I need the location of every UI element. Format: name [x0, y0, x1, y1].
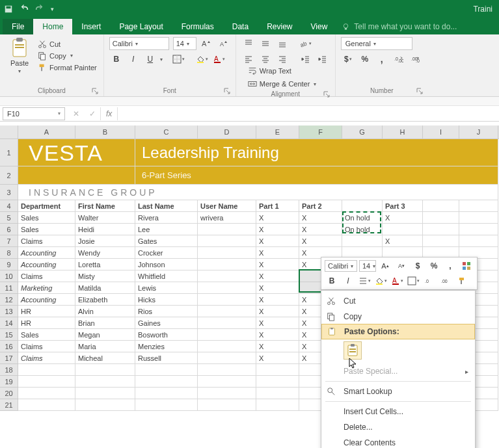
cell[interactable]: Claims	[18, 341, 75, 352]
cell[interactable]	[75, 376, 135, 388]
cell[interactable]: X	[256, 212, 299, 224]
font-size-select[interactable]: 14	[173, 37, 196, 50]
cell[interactable]: X	[256, 352, 299, 364]
cell[interactable]: Menzies	[135, 341, 198, 352]
header-cell[interactable]: Last Name	[135, 200, 198, 212]
cell[interactable]	[198, 306, 256, 317]
cell[interactable]: Accounting	[18, 294, 75, 306]
cell[interactable]: HR	[18, 317, 75, 329]
cell[interactable]: X	[256, 282, 299, 294]
row-1[interactable]: 1VESTALeadership Training	[0, 139, 499, 166]
cell[interactable]	[198, 294, 256, 306]
header-cell[interactable]: First Name	[75, 200, 135, 212]
cell[interactable]: Accounting	[18, 259, 75, 270]
mini-increase-font-icon[interactable]: A▴	[378, 259, 392, 272]
redo-icon[interactable]	[35, 5, 44, 14]
cell[interactable]	[459, 212, 498, 224]
col-header-I[interactable]: I	[423, 125, 459, 138]
col-header-G[interactable]: G	[342, 125, 383, 138]
cell[interactable]: X	[256, 317, 299, 329]
header-cell[interactable]: User Name	[198, 200, 256, 212]
row-header-4[interactable]: 4	[0, 200, 18, 212]
paste-button[interactable]: Paste ▾	[5, 37, 34, 74]
row-header-5[interactable]: 5	[0, 212, 18, 224]
increase-decimal-icon[interactable]: .0.00	[392, 53, 406, 66]
dialog-launcher-icon[interactable]	[224, 88, 230, 94]
cell[interactable]	[459, 224, 498, 235]
cell[interactable]	[198, 259, 256, 270]
cell[interactable]	[198, 388, 256, 399]
ctx-copy[interactable]: Copy	[321, 309, 475, 324]
cell[interactable]: Brian	[75, 317, 135, 329]
fx-icon[interactable]: fx	[100, 107, 118, 120]
mini-incdec2-icon[interactable]: .00	[438, 274, 453, 287]
undo-icon[interactable]	[20, 5, 29, 14]
context-menu[interactable]: Cut Copy Paste Options: Paste Special...…	[321, 290, 476, 448]
cell[interactable]	[18, 388, 75, 399]
cell[interactable]	[423, 224, 459, 235]
cell[interactable]	[135, 399, 198, 411]
row-header-13[interactable]: 13	[0, 306, 18, 317]
decrease-decimal-icon[interactable]: .00.0	[409, 53, 423, 66]
header-cell[interactable]: Department	[18, 200, 75, 212]
row-header-18[interactable]: 18	[0, 364, 18, 376]
header-cell[interactable]: Part 1	[256, 200, 299, 212]
cell[interactable]: Lewis	[135, 282, 198, 294]
cell[interactable]: Russell	[135, 352, 198, 364]
cell[interactable]: Accounting	[18, 247, 75, 259]
ctx-paste-options[interactable]: Paste Options:	[321, 324, 475, 339]
increase-font-icon[interactable]: A	[199, 37, 213, 50]
col-header-C[interactable]: C	[135, 125, 198, 138]
cell[interactable]	[198, 352, 256, 364]
mini-incdec-icon[interactable]: .0	[422, 274, 437, 287]
col-header-F[interactable]: F	[299, 125, 342, 138]
paste-option-default[interactable]	[344, 341, 362, 360]
col-header-E[interactable]: E	[256, 125, 299, 138]
row-header-17[interactable]: 17	[0, 352, 18, 364]
cell[interactable]	[423, 235, 459, 247]
header-cell[interactable]: Part 2	[299, 200, 342, 212]
column-headers[interactable]: ABCDEFGHIJ	[0, 125, 499, 139]
cell[interactable]: X	[383, 212, 423, 224]
row-6[interactable]: 6SalesHeidiLeeXXOn hold	[0, 224, 499, 235]
cell[interactable]: X	[256, 235, 299, 247]
cell[interactable]: Johnson	[135, 259, 198, 270]
cell[interactable]: X	[256, 270, 299, 282]
save-icon[interactable]	[4, 5, 13, 14]
row-3[interactable]: 3INSURANCE GROUP	[0, 185, 499, 200]
cell[interactable]	[198, 364, 256, 376]
cell[interactable]	[18, 364, 75, 376]
wrap-text-button[interactable]: Wrap Text	[247, 66, 330, 76]
col-header-J[interactable]: J	[459, 125, 498, 138]
mini-toolbar[interactable]: Calibri 14 A▴ A▾ $ % , B I A .0 .00	[321, 257, 478, 290]
cell[interactable]	[135, 376, 198, 388]
row-2[interactable]: 26-Part Series	[0, 166, 499, 185]
row-4[interactable]: 4DepartmentFirst NameLast NameUser NameP…	[0, 200, 499, 212]
orientation-button[interactable]: ab	[299, 37, 313, 50]
row-header-16[interactable]: 16	[0, 341, 18, 352]
ctx-cut[interactable]: Cut	[321, 293, 475, 309]
cell[interactable]: Claims	[18, 352, 75, 364]
cell[interactable]	[198, 341, 256, 352]
cell[interactable]: X	[299, 212, 342, 224]
cell[interactable]: Micheal	[75, 352, 135, 364]
tab-data[interactable]: Data	[223, 19, 258, 34]
cut-button[interactable]: Cut	[36, 39, 98, 49]
font-color-button[interactable]: A	[212, 53, 226, 66]
mini-percent-icon[interactable]: %	[427, 259, 441, 272]
cell[interactable]: Alvin	[75, 306, 135, 317]
cell[interactable]: Maria	[75, 341, 135, 352]
mini-border2-icon[interactable]	[406, 274, 420, 287]
align-top-icon[interactable]	[241, 37, 256, 50]
cell[interactable]: X	[256, 341, 299, 352]
cell[interactable]: Sales	[18, 212, 75, 224]
cell[interactable]	[75, 388, 135, 399]
mini-italic-button[interactable]: I	[341, 274, 355, 287]
cell[interactable]	[198, 235, 256, 247]
cell[interactable]: Marketing	[18, 282, 75, 294]
mini-fill-icon[interactable]	[373, 274, 388, 287]
cell[interactable]	[256, 399, 299, 411]
cell[interactable]: Whitfield	[135, 270, 198, 282]
decrease-font-icon[interactable]: A	[216, 37, 230, 50]
cell[interactable]: Josie	[75, 235, 135, 247]
